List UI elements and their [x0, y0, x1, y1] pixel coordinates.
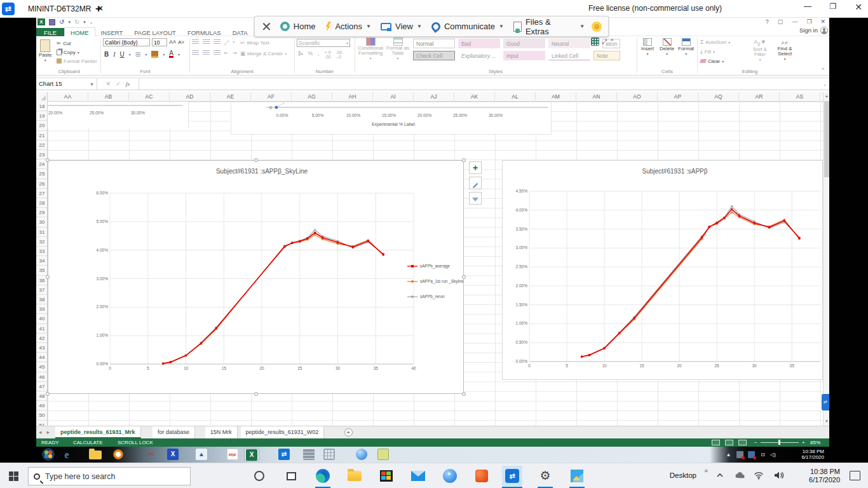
- row-header-22[interactable]: 22: [36, 140, 48, 150]
- excel-blue-taskbar-icon[interactable]: X: [165, 448, 180, 461]
- wifi-icon[interactable]: [754, 471, 765, 481]
- photos-taskbar-icon[interactable]: [567, 466, 587, 486]
- excel-taskbar-icon[interactable]: X: [244, 448, 259, 461]
- row-header-35[interactable]: 35: [36, 266, 48, 275]
- decrease-decimal-icon[interactable]: .00-.0: [336, 50, 342, 59]
- calculator-taskbar-icon[interactable]: [322, 448, 337, 461]
- customize-qat-icon[interactable]: ⌄: [90, 20, 93, 25]
- autosum-button[interactable]: ΣAutoSum▾: [700, 38, 730, 46]
- chart-sappb[interactable]: 051015202530350.00%0.50%1.00%1.50%2.00%2…: [502, 160, 823, 380]
- row-header-46[interactable]: 46: [36, 372, 48, 382]
- tray-network-icon[interactable]: ⊡: [759, 451, 766, 458]
- chart-resize-handle[interactable]: [462, 392, 466, 396]
- sheet-nav-arrows[interactable]: ◂▸: [39, 429, 55, 435]
- wrap-text-button[interactable]: Wrap Text: [247, 40, 269, 46]
- format-button[interactable]: Format▾: [678, 38, 694, 56]
- close-button[interactable]: ✕: [854, 2, 863, 12]
- minimize-button[interactable]: —: [803, 2, 812, 12]
- scroll-up-icon[interactable]: ▲: [824, 92, 829, 100]
- tv-home-button[interactable]: Home: [280, 22, 316, 31]
- local-clock[interactable]: 10:38 PM 6/17/2020: [809, 468, 840, 484]
- row-header-47[interactable]: 47: [36, 382, 48, 391]
- vertical-scroll-thumb[interactable]: [824, 101, 829, 177]
- row-header-42[interactable]: 42: [36, 334, 48, 343]
- tray-chevron-up-icon[interactable]: [715, 471, 727, 481]
- start-button[interactable]: [9, 471, 18, 481]
- number-format-select[interactable]: Scientific▾: [297, 39, 350, 47]
- conditional-formatting-button[interactable]: Conditional Formatting▾: [357, 37, 384, 60]
- fill-button[interactable]: ⤓Fill▾: [700, 48, 715, 55]
- partial-chart-left[interactable]: 20.00%25.00%30.00%: [48, 102, 189, 128]
- font-color-icon[interactable]: A: [169, 50, 173, 58]
- chart-resize-handle[interactable]: [46, 158, 50, 162]
- excel-logo-icon[interactable]: X: [37, 18, 45, 25]
- column-header-AC[interactable]: AC: [129, 92, 170, 102]
- column-header-AA[interactable]: AA: [48, 92, 88, 102]
- teamviewer-edge-widget[interactable]: ⇄: [822, 394, 829, 410]
- internet-explorer-taskbar-icon[interactable]: e: [59, 448, 74, 461]
- row-header-25[interactable]: 25: [36, 169, 48, 179]
- tray-volume-icon[interactable]: ◁): [770, 451, 776, 458]
- tray-app-icon[interactable]: [736, 451, 743, 458]
- row-header-27[interactable]: 27: [36, 189, 48, 198]
- column-header-AE[interactable]: AE: [210, 92, 251, 102]
- column-header-AM[interactable]: AM: [536, 92, 576, 102]
- sort-filter-button[interactable]: AZ▼Sort & Filter▾: [749, 39, 771, 62]
- name-box[interactable]: Chart 15▼: [36, 78, 97, 90]
- grow-font-icon[interactable]: A˄: [169, 39, 176, 45]
- tray-flag-icon[interactable]: [748, 451, 755, 458]
- row-header-49[interactable]: 49: [36, 401, 48, 410]
- align-top-icon[interactable]: [192, 39, 199, 45]
- row-header-31[interactable]: 31: [36, 227, 48, 237]
- excel-close-icon[interactable]: ✕: [820, 18, 825, 25]
- cancel-icon[interactable]: ✕: [106, 81, 111, 87]
- chart-resize-handle[interactable]: [462, 158, 466, 162]
- chart-elements-button[interactable]: +: [469, 161, 482, 174]
- row-header-40[interactable]: 40: [36, 314, 48, 323]
- tv-view-button[interactable]: View▼: [381, 22, 422, 31]
- redo-icon[interactable]: ↻: [74, 19, 79, 25]
- shrink-font-icon[interactable]: A˅: [178, 39, 184, 45]
- chart-styles-button[interactable]: [469, 177, 482, 189]
- column-header-AO[interactable]: AO: [617, 92, 658, 102]
- zoom-in-icon[interactable]: +: [802, 440, 805, 445]
- column-header-AG[interactable]: AG: [292, 92, 332, 102]
- store-taskbar-icon[interactable]: [376, 466, 397, 486]
- align-center-icon[interactable]: [203, 50, 210, 56]
- column-header-AI[interactable]: AI: [373, 92, 414, 102]
- column-header-AN[interactable]: AN: [576, 92, 617, 102]
- row-header-44[interactable]: 44: [36, 353, 48, 362]
- column-header-AD[interactable]: AD: [170, 92, 210, 102]
- row-header-37[interactable]: 37: [36, 285, 48, 295]
- style-neutral[interactable]: Neutral: [548, 39, 590, 48]
- new-session-tab-button[interactable]: +: [95, 3, 102, 15]
- row-header-45[interactable]: 45: [36, 362, 48, 372]
- apps-grid-icon[interactable]: [591, 37, 599, 46]
- merge-center-button[interactable]: Merge & Center: [247, 51, 283, 57]
- paste-button[interactable]: Paste▾: [39, 37, 51, 62]
- column-header-AS[interactable]: AS: [780, 92, 820, 102]
- zoom-out-icon[interactable]: −: [754, 440, 757, 445]
- font-size-select[interactable]: 10: [152, 38, 167, 46]
- ribbon-display-options-icon[interactable]: ▢: [778, 18, 783, 25]
- office-taskbar-icon[interactable]: [471, 466, 492, 486]
- skyline-taskbar-icon[interactable]: ▲: [194, 448, 209, 461]
- save-icon[interactable]: [49, 19, 55, 25]
- fill-color-icon[interactable]: [151, 51, 158, 58]
- orientation-icon[interactable]: ⤢: [224, 39, 229, 46]
- bold-button[interactable]: B: [104, 51, 109, 58]
- chart-sappb-skyline[interactable]: 05101520253035400.00%1.00%2.00%3.00%4.00…: [48, 160, 464, 394]
- style-expl[interactable]: Explanatory ...: [458, 51, 500, 60]
- style-normal[interactable]: Normal: [413, 39, 455, 48]
- scroll-down-icon[interactable]: ▼: [824, 417, 829, 426]
- formula-input[interactable]: [139, 78, 820, 90]
- chart-resize-handle[interactable]: [46, 275, 50, 279]
- row-header-26[interactable]: 26: [36, 179, 48, 189]
- expand-formula-bar-icon[interactable]: ⌄: [820, 78, 829, 90]
- align-middle-icon[interactable]: [203, 39, 210, 45]
- style-bad[interactable]: Bad: [458, 39, 500, 48]
- select-all-corner[interactable]: [36, 92, 48, 102]
- chart-filters-button[interactable]: [469, 192, 482, 205]
- cut-button[interactable]: ✂Cut: [57, 39, 71, 47]
- style-note[interactable]: Note: [593, 51, 620, 60]
